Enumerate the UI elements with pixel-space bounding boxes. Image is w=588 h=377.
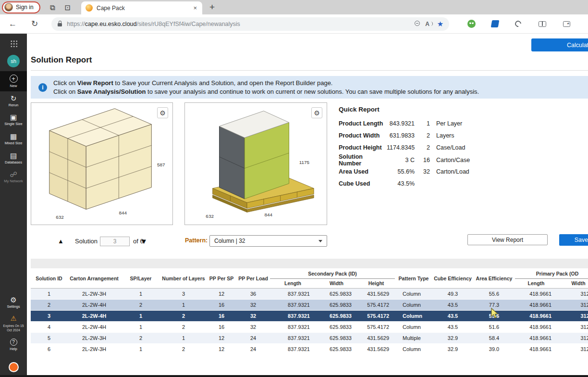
quick-report-row: Product Length843.93211Per Layer bbox=[339, 117, 564, 129]
address-bar[interactable]: https://cape.eu.esko.cloud/sites/rU8qEYf… bbox=[51, 17, 449, 31]
table-cell: 1 bbox=[31, 289, 67, 300]
table-cell: 837.9321 bbox=[270, 311, 316, 322]
chevron-down-icon bbox=[318, 240, 322, 242]
extension-green-icon[interactable] bbox=[467, 20, 476, 28]
zoom-out-icon[interactable] bbox=[415, 21, 421, 27]
browser-essentials-icon[interactable] bbox=[514, 19, 523, 28]
table-cell: 43.5 bbox=[432, 311, 473, 322]
table-cell: 32 bbox=[236, 300, 270, 311]
url-host: cape.eu.esko.cloud bbox=[85, 21, 137, 27]
license-expiry-warning[interactable]: ⚠ Expires On 15Oct 2024 bbox=[0, 312, 27, 335]
table-cell: Multiple bbox=[395, 333, 432, 344]
favorites-icon[interactable]: ★ bbox=[563, 21, 570, 27]
col-header-area-efficiency: Area Efficiency bbox=[473, 269, 515, 289]
table-cell: 2 bbox=[121, 333, 160, 344]
solution-row-6[interactable]: 62L-2W-3H121224837.9321625.9833431.5629C… bbox=[31, 344, 588, 355]
sidebar-item-single-size[interactable]: ▣Single Size bbox=[0, 110, 27, 129]
extension-blue-icon[interactable] bbox=[491, 20, 500, 27]
lock-icon[interactable] bbox=[57, 21, 62, 27]
pallet-length-dim: 844 bbox=[265, 212, 273, 217]
pallet-3d-panel: ⚙ 632 844 bbox=[184, 102, 327, 225]
back-icon[interactable]: ← bbox=[9, 20, 17, 28]
sidebar-item-databases[interactable]: ▤Databases bbox=[0, 149, 27, 168]
sidebar-item-mixed-size[interactable]: ▦Mixed Size bbox=[0, 129, 27, 149]
solution-down-icon[interactable]: ▼ bbox=[140, 236, 147, 247]
quick-report: Quick Report Product Length843.93211Per … bbox=[339, 106, 564, 189]
carton-3d-view[interactable]: 632 844 587 bbox=[31, 103, 172, 225]
table-cell: 3 bbox=[160, 289, 207, 300]
sidebar-item-my-network[interactable]: ☍My Network bbox=[0, 167, 27, 187]
solution-row-5[interactable]: 52L-2W-3H211224837.9321625.9833431.5629M… bbox=[31, 333, 588, 344]
table-cell: 625.9833 bbox=[316, 289, 357, 300]
sidebar-item-settings[interactable]: ⚙ Settings bbox=[0, 293, 27, 312]
calculate-button[interactable]: Calculate bbox=[531, 38, 588, 51]
view-report-button[interactable]: View Report bbox=[467, 234, 548, 245]
tab-actions-icon[interactable]: ⊡ bbox=[64, 4, 71, 11]
tab-close-icon[interactable]: × bbox=[192, 4, 198, 12]
table-cell: 1 bbox=[121, 344, 160, 355]
single-size-icon: ▣ bbox=[10, 113, 17, 121]
reload-icon[interactable]: ↻ bbox=[31, 20, 38, 28]
chat-bubble-icon[interactable] bbox=[9, 362, 19, 372]
workspaces-icon[interactable]: ⧉ bbox=[50, 4, 55, 11]
split-screen-icon[interactable] bbox=[539, 21, 546, 27]
table-cell: 24 bbox=[236, 333, 270, 344]
page-title: Solution Report bbox=[31, 55, 92, 65]
mouse-cursor bbox=[491, 308, 500, 319]
pattern-select[interactable]: Column | 32 bbox=[209, 235, 327, 247]
table-scrollbar[interactable] bbox=[31, 259, 588, 268]
table-cell: 32 bbox=[236, 311, 270, 322]
new-icon: + bbox=[10, 75, 18, 83]
table-cell: 837.9321 bbox=[270, 344, 316, 355]
sidebar-item-help[interactable]: ? Help bbox=[0, 335, 27, 354]
col-header-pri-length: Length bbox=[515, 279, 557, 289]
pallet-view-settings-button[interactable]: ⚙ bbox=[311, 107, 322, 118]
table-cell: 32.9 bbox=[432, 333, 473, 344]
sidebar-item-label: My Network bbox=[4, 179, 23, 184]
table-cell: Column bbox=[395, 344, 432, 355]
bookmark-star-icon[interactable]: ★ bbox=[437, 20, 443, 28]
new-tab-button[interactable]: + bbox=[209, 2, 215, 13]
table-cell: 36 bbox=[236, 289, 270, 300]
sidebar-avatar[interactable]: sh bbox=[7, 55, 20, 67]
user-avatar bbox=[4, 3, 13, 12]
solution-row-4[interactable]: 42L-2W-4H121632837.9321625.9833575.4172C… bbox=[31, 322, 588, 333]
sidebar-item-rerun[interactable]: ↻Rerun bbox=[0, 91, 27, 111]
apps-grid-icon[interactable] bbox=[10, 40, 17, 47]
rerun-icon: ↻ bbox=[11, 95, 17, 102]
banner-line-1: Click on View Report to Save your Curren… bbox=[53, 79, 479, 88]
qr-label: Product Height bbox=[339, 144, 387, 151]
my-network-icon: ☍ bbox=[10, 171, 17, 178]
carton-view-settings-button[interactable]: ⚙ bbox=[157, 107, 168, 118]
solutions-table-wrap: Solution ID Carton Arrangement SP/Layer … bbox=[31, 269, 588, 355]
carton-length-dim: 844 bbox=[119, 210, 127, 215]
url-text[interactable]: https://cape.eu.esko.cloud/sites/rU8qEYf… bbox=[67, 21, 410, 27]
solution-navigator: ▲ Solution of 6 ▼ bbox=[27, 236, 185, 247]
table-cell: 2 bbox=[160, 311, 207, 322]
table-cell: 16 bbox=[207, 300, 236, 311]
solution-row-1[interactable]: 12L-2W-3H131236837.9321625.9833431.5629C… bbox=[31, 289, 588, 300]
signin-button[interactable]: Sign in bbox=[2, 1, 40, 13]
save-analysis-button[interactable]: Save Analysis/Solution bbox=[559, 234, 588, 246]
carton-width-dim: 632 bbox=[56, 214, 64, 220]
solution-row-2[interactable]: 22L-2W-4H211632837.9321625.9833575.4172C… bbox=[31, 300, 588, 311]
url-scheme: https:// bbox=[67, 21, 85, 27]
qr-val: 3 C bbox=[387, 157, 415, 163]
sidebar-item-new[interactable]: +New bbox=[0, 71, 27, 91]
read-aloud-icon[interactable]: A bbox=[425, 21, 433, 27]
table-cell: 431.5629 bbox=[357, 344, 395, 355]
help-label: Help bbox=[10, 347, 17, 352]
qr-label: Product Length bbox=[339, 120, 387, 127]
table-cell: 2L-2W-4H bbox=[67, 311, 121, 322]
browser-tab-cape-pack[interactable]: Cape Pack × bbox=[81, 1, 202, 14]
info-icon: i bbox=[38, 83, 47, 92]
solution-up-icon[interactable]: ▲ bbox=[58, 236, 64, 247]
solution-row-3[interactable]: 32L-2W-4H121632837.9321625.9833575.4172C… bbox=[31, 311, 588, 322]
carton-3d-panel: ⚙ 632 844 587 bbox=[31, 102, 173, 225]
table-cell: 418.9661 bbox=[515, 311, 557, 322]
table-cell: 431.5629 bbox=[357, 333, 395, 344]
pallet-3d-view[interactable]: 632 844 1175 bbox=[185, 103, 327, 225]
cape-pack-favicon bbox=[86, 4, 93, 12]
gear-icon: ⚙ bbox=[10, 296, 16, 303]
solution-number-input[interactable] bbox=[100, 237, 130, 246]
